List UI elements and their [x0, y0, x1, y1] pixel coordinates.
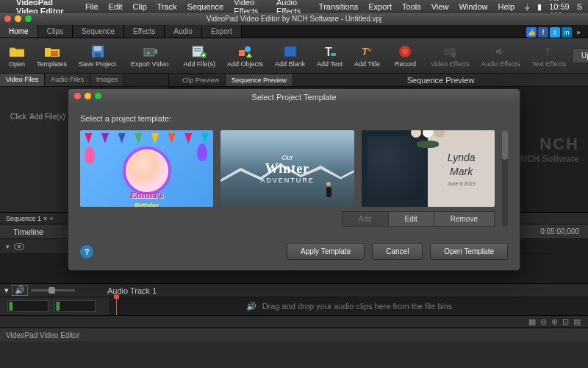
chevron-icon[interactable]: » — [573, 27, 584, 38]
preview-title: Sequence Preview — [293, 76, 588, 85]
record-button[interactable]: Record — [389, 42, 422, 69]
svg-point-18 — [451, 53, 456, 57]
facebook-icon[interactable]: f — [538, 27, 548, 38]
add-files-button[interactable]: Add File(s) — [177, 42, 221, 69]
sequence-tab[interactable]: Sequence 1×+ — [0, 213, 60, 224]
menu-file[interactable]: File — [85, 2, 98, 11]
previewtab-clip[interactable]: Clip Preview — [176, 74, 226, 86]
template-wedding[interactable]: LyndaMark June 8 2019 — [362, 130, 495, 207]
previewtab-sequence[interactable]: Sequence Preview — [226, 74, 293, 86]
menu-export[interactable]: Export — [368, 2, 392, 11]
svg-rect-6 — [194, 48, 201, 49]
open-template-button[interactable]: Open Template — [430, 243, 508, 260]
svg-point-10 — [245, 46, 251, 52]
svg-rect-2 — [94, 46, 101, 51]
close-window-button[interactable] — [4, 15, 11, 22]
playhead-audio[interactable] — [116, 297, 117, 315]
timeline-tools: ▦ ⊖ ⊕ ⊡ ▤ — [0, 315, 588, 328]
menu-view[interactable]: View — [431, 2, 449, 11]
remove-template-button[interactable]: Remove — [434, 211, 495, 227]
volume-slider[interactable] — [31, 289, 75, 291]
maximize-window-button[interactable] — [25, 15, 32, 22]
zoom-in-icon[interactable]: ⊕ — [551, 317, 558, 327]
text-effects-button[interactable]: TText Effects — [526, 42, 572, 69]
audio-meter — [54, 300, 96, 312]
add-objects-button[interactable]: Add Objects — [221, 42, 269, 69]
menu-edit[interactable]: Edit — [109, 2, 123, 11]
svg-text:T: T — [325, 46, 332, 58]
svg-text:T: T — [545, 46, 551, 57]
settings-icon[interactable]: ▤ — [573, 317, 581, 327]
edit-template-button[interactable]: Edit — [389, 211, 434, 227]
tab-sequence[interactable]: Sequence — [73, 25, 124, 38]
menu-track[interactable]: Track — [157, 2, 177, 11]
tab-home[interactable]: Home — [0, 25, 38, 38]
menu-tools[interactable]: Tools — [402, 2, 421, 11]
template-birthday[interactable]: Emma's Birthday — [80, 130, 213, 207]
template-winter[interactable]: Our Winter ADVENTURE — [220, 130, 354, 207]
minimize-window-button[interactable] — [15, 15, 21, 22]
twitter-icon[interactable]: t — [550, 27, 560, 38]
filetab-audio[interactable]: Audio Files — [45, 74, 90, 86]
menu-transitions[interactable]: Transitions — [319, 2, 358, 11]
speaker-hint-icon: 🔊 — [246, 302, 257, 311]
storyboard-icon[interactable]: ▦ — [528, 317, 536, 327]
search-icon[interactable]: S — [577, 2, 582, 11]
audio-section: ▾ 🔊 Audio Track 1 🔊 Drag and drop your a… — [0, 283, 588, 315]
apply-template-button[interactable]: Apply Template — [287, 243, 365, 260]
filetab-video[interactable]: Video Files — [0, 74, 45, 86]
menu-window[interactable]: Window — [459, 2, 487, 11]
export-video-button[interactable]: Export Video — [125, 42, 174, 69]
templates-button[interactable]: Templates — [31, 42, 73, 69]
mac-menubar: VideoPad Video Editor File Edit Clip Tra… — [0, 0, 588, 13]
add-title-button[interactable]: TAdd Title — [348, 42, 386, 69]
add-text-button[interactable]: TAdd Text — [311, 42, 348, 69]
traffic-lights — [4, 15, 32, 22]
svg-point-16 — [402, 49, 408, 54]
close-tab-icon[interactable]: × — [43, 215, 47, 222]
social-links: 👍 f t in » — [526, 27, 588, 38]
audio-effects-button[interactable]: Audio Effects — [476, 42, 526, 69]
video-effects-button[interactable]: Video Effects — [425, 42, 476, 69]
linkedin-icon[interactable]: in — [562, 27, 572, 38]
speaker-icon[interactable]: 🔊 — [12, 285, 28, 296]
zoom-fit-icon[interactable]: ⊡ — [562, 317, 569, 327]
tab-effects[interactable]: Effects — [124, 25, 165, 38]
add-blank-button[interactable]: Add Blank — [269, 42, 311, 69]
main-toolbar: Open Templates Save Project Export Video… — [0, 38, 588, 74]
battery-icon[interactable]: ▮ — [537, 2, 542, 12]
upgrade-button[interactable]: Upgrade — [572, 48, 588, 63]
add-template-button[interactable]: Add — [342, 211, 389, 227]
modal-close-button[interactable] — [74, 93, 81, 99]
svg-rect-11 — [284, 46, 296, 57]
tab-export[interactable]: Export — [202, 25, 242, 38]
menu-clip[interactable]: Clip — [133, 2, 147, 11]
add-tab-icon[interactable]: + — [49, 215, 53, 222]
audio-meter — [7, 300, 49, 312]
audio-track-body[interactable]: 🔊 Drag and drop your audio clips here fr… — [110, 297, 588, 315]
menu-help[interactable]: Help — [498, 2, 515, 11]
svg-rect-3 — [95, 53, 101, 57]
statusbar: VideoPad Video Editor — [0, 328, 588, 342]
thumbsup-icon[interactable]: 👍 — [526, 27, 537, 38]
wifi-icon[interactable]: ⏚ — [525, 2, 530, 11]
tab-clips[interactable]: Clips — [38, 25, 73, 38]
audio-track-header[interactable] — [0, 297, 110, 315]
cancel-button[interactable]: Cancel — [372, 243, 423, 260]
zoom-out-icon[interactable]: ⊖ — [540, 317, 547, 327]
open-button[interactable]: Open — [3, 42, 31, 69]
modal-maximize-button[interactable] — [95, 93, 101, 99]
svg-text:T: T — [362, 46, 369, 57]
tab-audio[interactable]: Audio — [165, 25, 202, 38]
modal-minimize-button[interactable] — [85, 93, 91, 99]
eye-icon[interactable] — [14, 243, 24, 250]
menu-sequence[interactable]: Sequence — [187, 2, 224, 11]
window-titlebar: VideoPad Video Editor by NCH Software - … — [0, 13, 588, 25]
help-icon[interactable]: ? — [80, 245, 93, 258]
modal-prompt: Select a project template: — [80, 114, 508, 123]
svg-rect-7 — [194, 50, 201, 52]
save-project-button[interactable]: Save Project — [73, 42, 122, 69]
template-scrollbar[interactable] — [502, 130, 508, 227]
modal-titlebar: Select Project Template — [68, 89, 520, 105]
filetab-images[interactable]: Images — [90, 74, 125, 86]
